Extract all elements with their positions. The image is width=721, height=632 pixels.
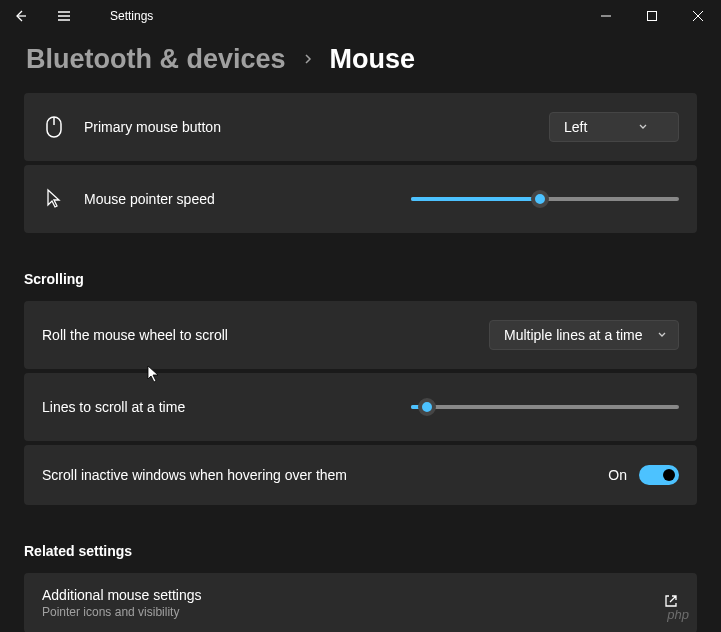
scroll-inactive-row: Scroll inactive windows when hovering ov… [24, 445, 697, 505]
breadcrumb: Bluetooth & devices Mouse [0, 32, 721, 93]
chevron-down-icon [637, 119, 649, 135]
scroll-inactive-toggle[interactable] [639, 465, 679, 485]
lines-scroll-slider[interactable] [411, 395, 679, 419]
additional-title: Additional mouse settings [42, 587, 663, 603]
chevron-down-icon [656, 327, 668, 343]
toggle-state-label: On [608, 467, 627, 483]
lines-scroll-row: Lines to scroll at a time [24, 373, 697, 441]
lines-scroll-label: Lines to scroll at a time [42, 399, 411, 415]
roll-wheel-row: Roll the mouse wheel to scroll Multiple … [24, 301, 697, 369]
menu-button[interactable] [52, 4, 76, 28]
pointer-speed-slider[interactable] [411, 187, 679, 211]
cursor-icon [42, 187, 66, 211]
additional-mouse-settings-link[interactable]: Additional mouse settings Pointer icons … [24, 573, 697, 632]
back-button[interactable] [8, 4, 32, 28]
breadcrumb-current: Mouse [330, 44, 416, 75]
chevron-right-icon [302, 51, 314, 69]
scroll-inactive-label: Scroll inactive windows when hovering ov… [42, 467, 608, 483]
primary-button-label: Primary mouse button [84, 119, 549, 135]
mouse-icon [42, 115, 66, 139]
maximize-button[interactable] [629, 0, 675, 32]
breadcrumb-parent[interactable]: Bluetooth & devices [26, 44, 286, 75]
primary-button-dropdown[interactable]: Left [549, 112, 679, 142]
roll-wheel-dropdown[interactable]: Multiple lines at a time [489, 320, 679, 350]
watermark: php [667, 607, 689, 622]
svg-rect-0 [648, 12, 657, 21]
app-title: Settings [110, 9, 153, 23]
primary-mouse-button-row: Primary mouse button Left [24, 93, 697, 161]
title-bar: Settings [0, 0, 721, 32]
pointer-speed-label: Mouse pointer speed [84, 191, 411, 207]
roll-wheel-value: Multiple lines at a time [504, 327, 643, 343]
close-button[interactable] [675, 0, 721, 32]
minimize-button[interactable] [583, 0, 629, 32]
pointer-speed-row: Mouse pointer speed [24, 165, 697, 233]
roll-wheel-label: Roll the mouse wheel to scroll [42, 327, 489, 343]
scrolling-header: Scrolling [24, 237, 697, 301]
related-header: Related settings [24, 509, 697, 573]
additional-subtitle: Pointer icons and visibility [42, 605, 663, 619]
primary-button-value: Left [564, 119, 587, 135]
